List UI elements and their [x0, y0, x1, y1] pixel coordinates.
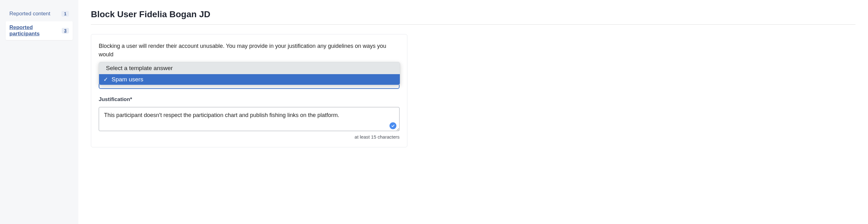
justification-input[interactable]	[99, 107, 400, 131]
template-select-dropdown[interactable]: Select a template answer ✓ Spam users	[99, 62, 400, 85]
justification-label: Justification*	[99, 96, 400, 103]
sidebar: Reported content 1 Reported participants…	[0, 0, 78, 224]
page-title: Block User Fidelia Bogan JD	[91, 9, 856, 20]
sidebar-item-reported-content[interactable]: Reported content 1	[6, 7, 73, 20]
justification-hint: at least 15 characters	[99, 134, 400, 140]
dropdown-option-label: Spam users	[112, 76, 143, 83]
intro-text: Blocking a user will render their accoun…	[99, 42, 400, 59]
main-content: Block User Fidelia Bogan JD Blocking a u…	[78, 0, 868, 224]
sidebar-item-label: Reported content	[9, 11, 50, 17]
justification-field-wrap	[99, 107, 400, 132]
block-user-card: Blocking a user will render their accoun…	[91, 34, 407, 147]
sidebar-item-count: 3	[62, 28, 69, 34]
sidebar-item-label: Reported participants	[9, 25, 62, 37]
valid-check-icon	[390, 122, 396, 129]
dropdown-placeholder: Select a template answer	[99, 62, 400, 74]
checkmark-icon: ✓	[103, 76, 109, 83]
sidebar-item-count: 1	[61, 11, 69, 16]
dropdown-option-spam-users[interactable]: ✓ Spam users	[99, 74, 400, 85]
sidebar-item-reported-participants[interactable]: Reported participants 3	[6, 21, 73, 40]
template-answer-field: Select a template answer ✓ Spam users	[99, 64, 400, 89]
